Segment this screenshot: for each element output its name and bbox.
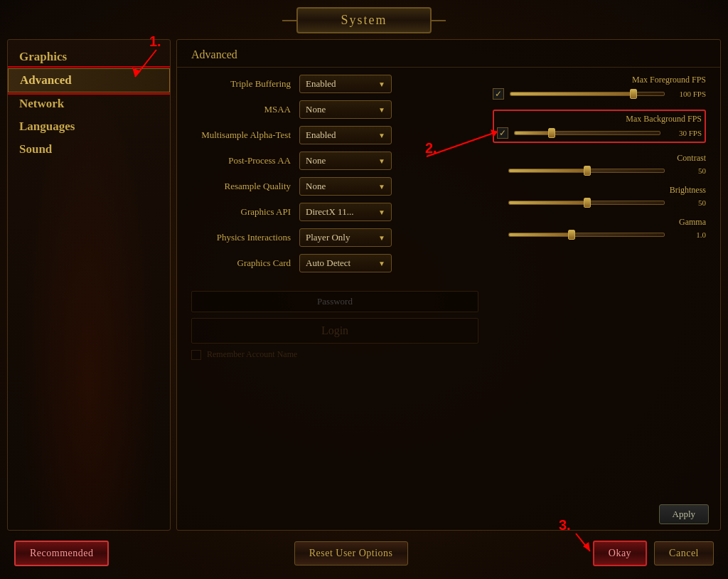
dropdown-arrow-icon: ▼ (378, 157, 385, 165)
settings-right-column: Max Foreground FPS 100 FPS (493, 75, 706, 492)
panel-content: Triple Buffering Enabled ▼ MSAA None ▼ (177, 68, 720, 499)
slider-track-container-background-fps (514, 131, 660, 135)
remember-row: Remember Account Name (191, 349, 478, 360)
cancel-button[interactable]: Cancel (654, 541, 714, 565)
setting-row-physics: Physics Interactions Player Only ▼ (191, 228, 478, 247)
slider-label-background-fps: Max Background FPS (497, 114, 702, 124)
slider-checkbox-foreground-fps[interactable] (493, 88, 504, 100)
slider-label-brightness: Brightness (493, 185, 706, 196)
slider-header-contrast: Contrast (493, 153, 706, 164)
setting-row-triple-buffering: Triple Buffering Enabled ▼ (191, 75, 478, 93)
login-button[interactable]: Login (191, 318, 478, 344)
slider-thumb-foreground-fps[interactable] (630, 89, 637, 99)
label-multisample: Multisample Alpha-Test (191, 129, 291, 141)
bottom-bar: Recommended Reset User Options Okay Canc… (7, 535, 721, 572)
setting-row-resample: Resample Quality None ▼ (191, 177, 478, 196)
apply-btn-row: Apply (177, 499, 720, 530)
sidebar-item-languages[interactable]: Languages (8, 115, 170, 138)
slider-header-foreground-fps: Max Foreground FPS (493, 75, 706, 85)
slider-value-contrast: 50 (670, 166, 706, 175)
slider-fill-contrast (509, 169, 587, 172)
recommended-button[interactable]: Recommended (14, 541, 109, 566)
slider-track-container-brightness (508, 201, 665, 205)
right-panel: Advanced Triple Buffering Enabled ▼ (176, 39, 721, 531)
slider-track-background-fps[interactable] (514, 131, 660, 135)
sidebar-item-sound[interactable]: Sound (8, 138, 170, 161)
setting-row-graphics-api: Graphics API DirectX 11... ▼ (191, 203, 478, 221)
slider-header-gamma: Gamma (493, 217, 706, 228)
slider-value-background-fps: 30 FPS (666, 129, 702, 137)
login-area: Login Remember Account Name (191, 291, 478, 360)
slider-section-background-fps: Max Background FPS 30 FPS (493, 110, 706, 143)
settings-left-column: Triple Buffering Enabled ▼ MSAA None ▼ (191, 75, 478, 492)
slider-row-brightness: 50 (493, 198, 706, 207)
reset-button[interactable]: Reset User Options (294, 541, 408, 565)
sidebar-item-network[interactable]: Network (8, 92, 170, 115)
label-graphics-api: Graphics API (191, 206, 291, 218)
dropdown-multisample[interactable]: Enabled ▼ (299, 126, 392, 144)
slider-row-foreground-fps: 100 FPS (493, 88, 706, 100)
slider-track-brightness[interactable] (508, 201, 665, 205)
slider-value-gamma: 1.0 (670, 230, 706, 239)
label-graphics-card: Graphics Card (191, 257, 291, 269)
slider-track-container-gamma (508, 233, 665, 237)
dropdown-graphics-api[interactable]: DirectX 11... ▼ (299, 203, 392, 221)
slider-thumb-brightness[interactable] (584, 198, 591, 208)
dropdown-arrow-icon: ▼ (378, 106, 385, 114)
slider-section-brightness: Brightness 50 (493, 185, 706, 207)
slider-section-gamma: Gamma 1.0 (493, 217, 706, 239)
dropdown-physics[interactable]: Player Only ▼ (299, 228, 392, 247)
sidebar-item-advanced[interactable]: Advanced (8, 68, 170, 92)
dropdown-post-process-aa[interactable]: None ▼ (299, 152, 392, 170)
password-field[interactable] (191, 291, 478, 312)
dropdown-arrow-icon: ▼ (378, 234, 385, 242)
slider-track-gamma[interactable] (508, 233, 665, 237)
remember-checkbox[interactable] (191, 350, 201, 360)
slider-fill-foreground-fps (510, 92, 633, 95)
slider-row-contrast: 50 (493, 166, 706, 175)
dropdown-arrow-icon: ▼ (378, 183, 385, 191)
slider-fill-gamma (509, 233, 571, 236)
slider-track-foreground-fps[interactable] (510, 92, 665, 96)
label-resample: Resample Quality (191, 181, 291, 192)
slider-fill-background-fps (515, 132, 551, 134)
slider-track-container-contrast (508, 169, 665, 173)
label-post-process-aa: Post-Process AA (191, 155, 291, 166)
dropdown-graphics-card[interactable]: Auto Detect ▼ (299, 254, 392, 272)
dropdown-arrow-icon: ▼ (378, 208, 385, 216)
slider-fill-brightness (509, 201, 587, 204)
dropdown-arrow-icon: ▼ (378, 80, 385, 88)
remember-label: Remember Account Name (207, 349, 297, 360)
dropdown-resample[interactable]: None ▼ (299, 177, 392, 196)
dropdown-triple-buffering[interactable]: Enabled ▼ (299, 75, 392, 93)
slider-thumb-contrast[interactable] (584, 166, 591, 176)
slider-label-gamma: Gamma (493, 217, 706, 228)
sidebar: Graphics Advanced Network Languages Soun… (7, 39, 171, 531)
slider-label-foreground-fps: Max Foreground FPS (493, 75, 706, 85)
slider-thumb-background-fps[interactable] (548, 128, 555, 138)
slider-track-contrast[interactable] (508, 169, 665, 173)
right-button-group: Okay Cancel (593, 541, 714, 566)
slider-row-gamma: 1.0 (493, 230, 706, 239)
slider-value-brightness: 50 (670, 198, 706, 207)
setting-row-msaa: MSAA None ▼ (191, 100, 478, 119)
slider-header-background-fps: Max Background FPS (497, 114, 702, 124)
slider-checkbox-background-fps[interactable] (497, 127, 508, 139)
apply-button[interactable]: Apply (659, 504, 710, 524)
okay-button[interactable]: Okay (593, 541, 647, 566)
title-bar: System (7, 7, 721, 33)
title-panel: System (296, 7, 431, 33)
slider-thumb-gamma[interactable] (568, 230, 575, 240)
panel-header: Advanced (177, 40, 720, 68)
window-title: System (341, 13, 387, 27)
slider-row-background-fps: 30 FPS (497, 127, 702, 139)
content-area: Graphics Advanced Network Languages Soun… (7, 39, 721, 531)
dropdown-arrow-icon: ▼ (378, 132, 385, 139)
label-triple-buffering: Triple Buffering (191, 78, 291, 90)
sidebar-item-graphics[interactable]: Graphics (8, 46, 170, 68)
dropdown-msaa[interactable]: None ▼ (299, 100, 392, 119)
label-msaa: MSAA (191, 104, 291, 115)
label-physics: Physics Interactions (191, 232, 291, 243)
slider-section-foreground-fps: Max Foreground FPS 100 FPS (493, 75, 706, 100)
slider-value-foreground-fps: 100 FPS (670, 90, 706, 98)
